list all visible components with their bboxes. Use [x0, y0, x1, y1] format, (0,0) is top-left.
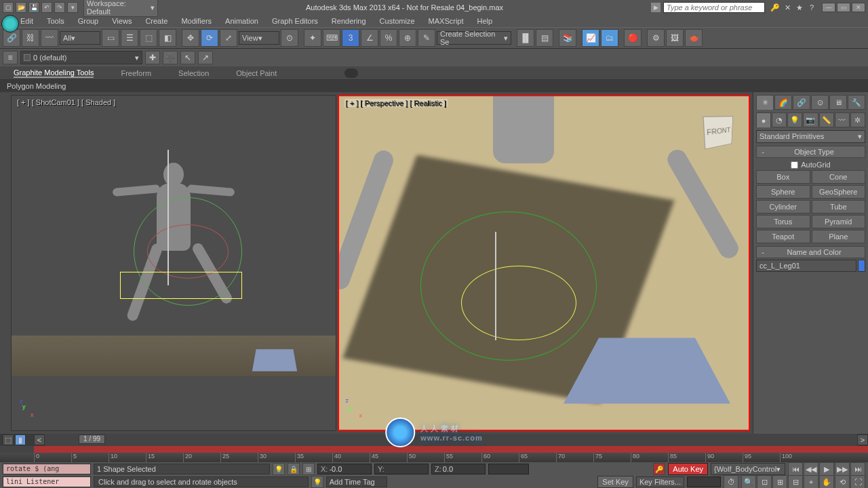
menu-maxscript[interactable]: MAXScript: [429, 17, 464, 25]
menu-help[interactable]: Help: [477, 17, 493, 25]
viewport-label-right[interactable]: [ + ] [ Perspective ] [ Realistic ]: [344, 99, 448, 107]
prim-sphere-button[interactable]: Sphere: [756, 185, 810, 199]
selection-filter-dropdown[interactable]: All ▾: [60, 31, 100, 45]
spinner-snap-icon[interactable]: ⊕: [399, 29, 416, 47]
viewport-shotcam[interactable]: [ + ] [ ShotCam01 ] [ Shaded ] x y z: [11, 95, 336, 431]
timeline-mode-icon[interactable]: ▮: [15, 434, 26, 445]
set-key-button[interactable]: Set Key: [597, 476, 633, 488]
maxscript-mini-listener[interactable]: lini Listener: [3, 476, 91, 487]
next-frame-icon[interactable]: >: [857, 434, 868, 445]
selection-lock-icon[interactable]: 💡: [273, 463, 285, 475]
undo-icon[interactable]: ↶: [41, 2, 52, 13]
goto-start-icon[interactable]: ⏮: [788, 462, 803, 476]
time-ruler[interactable]: 0510152025303540455055606570758085909510…: [0, 453, 868, 462]
create-layer-icon[interactable]: ✚: [145, 51, 160, 64]
create-panel-tab[interactable]: ✳: [756, 95, 774, 110]
zoom-all-icon[interactable]: ⊡: [757, 475, 772, 488]
infocenter-arrow-icon[interactable]: ▶: [651, 3, 660, 12]
prim-cone-button[interactable]: Cone: [812, 170, 866, 184]
percent-snap-icon[interactable]: %: [380, 29, 397, 47]
z-coord-input[interactable]: Z:0.0: [431, 464, 486, 474]
prim-plane-button[interactable]: Plane: [812, 230, 866, 243]
zoom-extents-all-icon[interactable]: ⊟: [788, 475, 803, 488]
fov-icon[interactable]: ⌖: [804, 475, 818, 488]
zoom-extents-icon[interactable]: ⊞: [772, 475, 787, 488]
select-layer-objects-icon[interactable]: ↖: [180, 51, 195, 64]
viewport-perspective[interactable]: [ + ] [ Perspective ] [ Realistic ] FRON…: [338, 95, 750, 431]
menu-views[interactable]: Views: [112, 17, 132, 25]
save-file-icon[interactable]: 💾: [28, 2, 39, 13]
modify-panel-tab[interactable]: 🌈: [774, 95, 792, 110]
window-crossing-icon[interactable]: ◧: [159, 29, 176, 47]
select-object-icon[interactable]: ▭: [102, 29, 119, 47]
select-manipulate-icon[interactable]: ✦: [304, 29, 321, 47]
shapes-subtab-icon[interactable]: ◔: [772, 113, 787, 127]
frame-indicator[interactable]: 1 / 99: [79, 434, 105, 444]
menu-rendering[interactable]: Rendering: [332, 17, 366, 25]
subscription-icon[interactable]: 🔑: [770, 3, 780, 12]
time-slider[interactable]: 1 / 99: [45, 434, 857, 446]
maxscript-listener-output[interactable]: rotate $ (ang: [3, 464, 91, 474]
spacewarps-subtab-icon[interactable]: 〰: [835, 113, 850, 127]
select-by-name-icon[interactable]: ☰: [121, 29, 138, 47]
help-icon[interactable]: ?: [807, 3, 816, 12]
next-frame-play-icon[interactable]: ▶▶: [835, 462, 850, 476]
ribbon-tab-freeform[interactable]: Freeform: [121, 69, 151, 77]
render-production-icon[interactable]: 🫖: [685, 29, 703, 47]
object-name-input[interactable]: [756, 260, 856, 272]
maximize-viewport-icon[interactable]: ⛶: [850, 475, 865, 488]
menu-group[interactable]: Group: [78, 17, 99, 25]
ribbon-collapse-toggle[interactable]: [344, 68, 358, 78]
hierarchy-panel-tab[interactable]: 🔗: [793, 95, 810, 110]
keyboard-shortcut-icon[interactable]: ⌨: [323, 29, 340, 47]
prev-frame-icon[interactable]: <: [34, 434, 45, 445]
display-panel-tab[interactable]: 🖥: [829, 95, 847, 110]
menu-modifiers[interactable]: Modifiers: [181, 17, 212, 25]
layer-dropdown[interactable]: 0 (default) ▾: [20, 51, 142, 64]
rollout-name-color[interactable]: - Name and Color: [756, 246, 865, 258]
utilities-panel-tab[interactable]: 🔧: [848, 95, 865, 110]
menu-tools[interactable]: Tools: [47, 17, 64, 25]
layer-toggle-icon[interactable]: ≡: [3, 51, 18, 64]
key-controller-dropdown[interactable]: {Wolf_BodyControl▾: [711, 463, 785, 475]
prim-cylinder-button[interactable]: Cylinder: [756, 200, 810, 214]
select-scale-icon[interactable]: ⤢: [220, 29, 237, 47]
select-region-icon[interactable]: ⬚: [140, 29, 157, 47]
x-coord-input[interactable]: X:-0.0: [317, 464, 372, 474]
prim-box-button[interactable]: Box: [756, 170, 810, 184]
render-setup-icon[interactable]: ⚙: [647, 29, 665, 47]
motion-panel-tab[interactable]: ⊙: [811, 95, 829, 110]
open-file-icon[interactable]: 📂: [16, 2, 26, 13]
ribbon-tab-objectpaint[interactable]: Object Paint: [236, 69, 277, 77]
minimize-button[interactable]: —: [822, 3, 835, 12]
primitive-category-dropdown[interactable]: Standard Primitives▾: [756, 130, 865, 143]
select-rotate-icon[interactable]: ⟳: [201, 29, 218, 47]
goto-end-icon[interactable]: ⏭: [850, 462, 865, 476]
edit-named-sel-icon[interactable]: ✎: [418, 29, 435, 47]
pan-icon[interactable]: ✋: [819, 475, 834, 488]
ribbon-panel-label[interactable]: Polygon Modeling: [7, 82, 66, 90]
set-key-big-icon[interactable]: 🔑: [653, 463, 665, 475]
viewport-handle[interactable]: [0, 92, 8, 434]
helpers-subtab-icon[interactable]: 📏: [819, 113, 834, 127]
geometry-subtab-icon[interactable]: ●: [756, 113, 771, 127]
mirror-icon[interactable]: ▐▌: [517, 29, 534, 47]
autogrid-checkbox[interactable]: [791, 161, 798, 169]
layer-manager-icon[interactable]: 📚: [559, 29, 576, 47]
systems-subtab-icon[interactable]: ✲: [850, 113, 865, 127]
prim-torus-button[interactable]: Torus: [756, 215, 810, 228]
set-current-layer-icon[interactable]: ↗: [198, 51, 213, 64]
rollout-object-type[interactable]: - Object Type: [756, 146, 865, 158]
cameras-subtab-icon[interactable]: 📷: [803, 113, 818, 127]
coord-display-icon[interactable]: ⊞: [302, 463, 315, 475]
select-move-icon[interactable]: ✥: [182, 29, 199, 47]
current-frame-field[interactable]: [687, 476, 721, 487]
use-pivot-center-icon[interactable]: ⊙: [281, 29, 298, 47]
menu-edit[interactable]: Edit: [20, 17, 33, 25]
prim-pyramid-button[interactable]: Pyramid: [812, 215, 866, 228]
named-selection-dropdown[interactable]: Create Selection Se▾: [437, 31, 511, 45]
add-to-layer-icon[interactable]: ➕: [163, 51, 178, 64]
play-icon[interactable]: ▶: [819, 462, 834, 476]
prev-frame-play-icon[interactable]: ◀◀: [804, 462, 818, 476]
track-bar[interactable]: [0, 446, 868, 453]
